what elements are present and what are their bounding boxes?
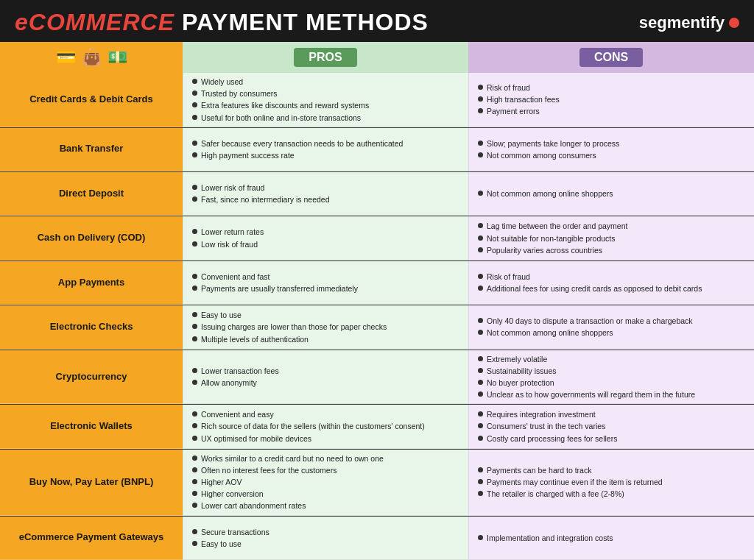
pros-cell: Easy to useIssuing charges are lower tha… (183, 305, 468, 349)
pros-text: Works similar to a credit card but no ne… (201, 453, 384, 464)
bullet-icon (192, 380, 197, 385)
bullet-icon (478, 85, 483, 90)
cons-item: Costly card processing fees for sellers (478, 433, 745, 444)
bullet-icon (478, 108, 483, 113)
table-row: Buy Now, Pay Later (BNPL)Works similar t… (0, 450, 754, 517)
cons-cell: Lag time between the order and paymentNo… (468, 216, 754, 260)
pros-text: Convenient and fast (201, 272, 269, 282)
cons-item: The retailer is charged with a fee (2-8%… (478, 489, 745, 499)
bullet-icon (478, 141, 483, 146)
bullet-icon (192, 286, 197, 291)
bullet-icon (192, 185, 197, 190)
pros-item: Higher AOV (192, 477, 459, 487)
cons-text: Additional fees for using credit cards a… (487, 283, 702, 294)
method-cell: Credit Cards & Debit Cards (0, 73, 183, 127)
pros-cell: Secure transactionsEasy to use (183, 517, 468, 560)
cons-text: High transaction fees (487, 94, 560, 104)
pros-item: Useful for both online and in-store tran… (192, 113, 459, 123)
pros-item: Trusted by consumers (192, 88, 459, 99)
bullet-icon (192, 229, 197, 234)
pros-item: UX optimised for mobile devices (192, 433, 459, 444)
cons-item: Extremely volatile (478, 354, 745, 364)
bullet-icon (192, 196, 197, 202)
cons-item: Risk of fraud (478, 272, 745, 282)
pros-cell: Convenient and easyRich source of data f… (183, 405, 468, 448)
pros-cell: Safer because every transaction needs to… (183, 128, 468, 171)
header-cons-cell: CONS (468, 42, 754, 73)
bullet-icon (478, 318, 483, 323)
cons-item: Popularity varies across countries (478, 245, 745, 255)
pros-text: Widely used (201, 77, 243, 87)
bullet-icon (192, 529, 197, 534)
bullet-icon (478, 467, 483, 472)
bullet-icon (192, 312, 197, 317)
pros-item: Easy to use (192, 310, 459, 320)
cons-item: Not common among online shoppers (478, 327, 745, 338)
page-title: eCOMMERCE PAYMENT METHODS (15, 9, 429, 36)
bullet-icon (478, 380, 483, 385)
pros-text: High payment success rate (201, 150, 295, 160)
bullet-icon (478, 391, 483, 397)
cons-text: Not common among online shoppers (487, 188, 613, 199)
pros-cell: Lower return ratesLow risk of fraud (183, 216, 468, 260)
bullet-icon (478, 368, 483, 373)
bullet-icon (478, 356, 483, 361)
pros-text: Low risk of fraud (201, 239, 258, 249)
bullet-icon (478, 223, 483, 228)
method-name: Credit Cards & Debit Cards (29, 93, 153, 106)
pros-text: Extra features like discounts and reward… (201, 100, 369, 110)
logo-text: segmentify (639, 13, 725, 32)
pros-text: Issuing charges are lower than those for… (201, 322, 387, 332)
cons-item: Risk of fraud (478, 82, 745, 93)
pros-text: Lower return rates (201, 227, 264, 237)
pros-cell: Works similar to a credit card but no ne… (183, 450, 468, 516)
cons-item: Lag time between the order and payment (478, 221, 745, 231)
method-name: Bank Transfer (60, 143, 124, 155)
table-wrapper: 💳 👜 💵 PROS CONS Credit Cards & Debit Car… (0, 42, 754, 560)
bullet-icon (192, 141, 197, 146)
pros-item: Extra features like discounts and reward… (192, 100, 459, 110)
cons-text: Popularity varies across countries (487, 245, 602, 255)
table-row: Electronic WalletsConvenient and easyRic… (0, 405, 754, 449)
pros-text: Rich source of data for the sellers (wit… (201, 421, 425, 431)
pros-text: Lower transaction fees (201, 366, 279, 376)
method-name: Direct Deposit (59, 188, 124, 200)
pros-item: Lower risk of fraud (192, 182, 459, 193)
method-name: Cash on Delivery (COD) (38, 232, 146, 244)
bullet-icon (192, 456, 197, 461)
cons-cell: Requires integration investmentConsumers… (468, 405, 754, 448)
cons-text: No buyer protection (487, 378, 554, 388)
header: eCOMMERCE PAYMENT METHODS segmentify (0, 0, 754, 42)
cons-cell: Risk of fraudHigh transaction feesPaymen… (468, 73, 754, 127)
pros-item: Widely used (192, 77, 459, 87)
cons-cell: Payments can be hard to trackPayments ma… (468, 450, 754, 516)
table-row: Direct DepositLower risk of fraudFast, s… (0, 172, 754, 216)
cons-cell: Implementation and integration costs (468, 517, 754, 560)
pros-cell: Widely usedTrusted by consumersExtra fea… (183, 73, 468, 127)
method-cell: App Payments (0, 261, 183, 305)
cons-text: Risk of fraud (487, 82, 530, 93)
header-method-cell: 💳 👜 💵 (0, 42, 183, 73)
bullet-icon (192, 91, 197, 96)
bullet-icon (478, 247, 483, 252)
bullet-icon (192, 274, 197, 279)
title-rest: PAYMENT METHODS (175, 9, 429, 35)
pros-text: Lower risk of fraud (201, 182, 264, 193)
cons-item: Payment errors (478, 106, 745, 116)
cons-item: Implementation and integration costs (478, 533, 745, 543)
cons-cell: Risk of fraudAdditional fees for using c… (468, 261, 754, 305)
table-header: 💳 👜 💵 PROS CONS (0, 42, 754, 73)
bullet-icon (192, 152, 197, 157)
cons-item: High transaction fees (478, 94, 745, 104)
pros-item: Secure transactions (192, 527, 459, 537)
bullet-icon (192, 368, 197, 373)
cons-item: Unclear as to how governments will regar… (478, 389, 745, 400)
method-name: Electronic Wallets (50, 420, 133, 433)
pros-item: Safer because every transaction needs to… (192, 138, 459, 149)
cons-item: Payments can be hard to track (478, 465, 745, 475)
method-cell: Cash on Delivery (COD) (0, 216, 183, 260)
method-cell: Direct Deposit (0, 172, 183, 216)
pros-item: Multiple levels of authentication (192, 334, 459, 344)
bullet-icon (478, 274, 483, 279)
bullet-icon (192, 423, 197, 428)
